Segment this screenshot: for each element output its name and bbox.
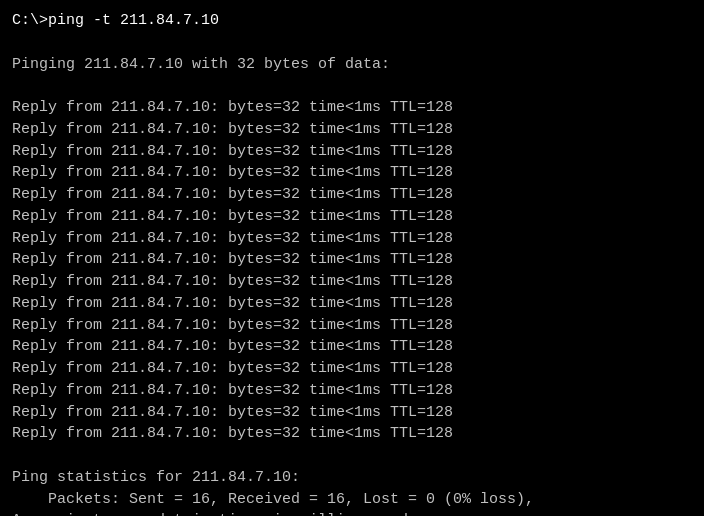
pinging-line: Pinging 211.84.7.10 with 32 bytes of dat… <box>12 54 692 76</box>
blank-line-1 <box>12 32 692 54</box>
reply-line: Reply from 211.84.7.10: bytes=32 time<1m… <box>12 423 692 445</box>
reply-line: Reply from 211.84.7.10: bytes=32 time<1m… <box>12 184 692 206</box>
reply-line: Reply from 211.84.7.10: bytes=32 time<1m… <box>12 380 692 402</box>
packets-line: Packets: Sent = 16, Received = 16, Lost … <box>12 489 692 511</box>
reply-line: Reply from 211.84.7.10: bytes=32 time<1m… <box>12 141 692 163</box>
reply-line: Reply from 211.84.7.10: bytes=32 time<1m… <box>12 336 692 358</box>
reply-line: Reply from 211.84.7.10: bytes=32 time<1m… <box>12 402 692 424</box>
blank-line-3 <box>12 445 692 467</box>
reply-line: Reply from 211.84.7.10: bytes=32 time<1m… <box>12 97 692 119</box>
reply-line: Reply from 211.84.7.10: bytes=32 time<1m… <box>12 119 692 141</box>
terminal-window: C:\>ping -t 211.84.7.10 Pinging 211.84.7… <box>12 10 692 516</box>
reply-line: Reply from 211.84.7.10: bytes=32 time<1m… <box>12 162 692 184</box>
approx-line: Approximate round trip times in milli-se… <box>12 510 692 516</box>
reply-line: Reply from 211.84.7.10: bytes=32 time<1m… <box>12 249 692 271</box>
command-line: C:\>ping -t 211.84.7.10 <box>12 10 692 32</box>
reply-line: Reply from 211.84.7.10: bytes=32 time<1m… <box>12 228 692 250</box>
reply-line: Reply from 211.84.7.10: bytes=32 time<1m… <box>12 271 692 293</box>
reply-line: Reply from 211.84.7.10: bytes=32 time<1m… <box>12 206 692 228</box>
reply-line: Reply from 211.84.7.10: bytes=32 time<1m… <box>12 358 692 380</box>
reply-line: Reply from 211.84.7.10: bytes=32 time<1m… <box>12 293 692 315</box>
blank-line-2 <box>12 75 692 97</box>
stats-header-line: Ping statistics for 211.84.7.10: <box>12 467 692 489</box>
reply-lines-container: Reply from 211.84.7.10: bytes=32 time<1m… <box>12 97 692 445</box>
reply-line: Reply from 211.84.7.10: bytes=32 time<1m… <box>12 315 692 337</box>
